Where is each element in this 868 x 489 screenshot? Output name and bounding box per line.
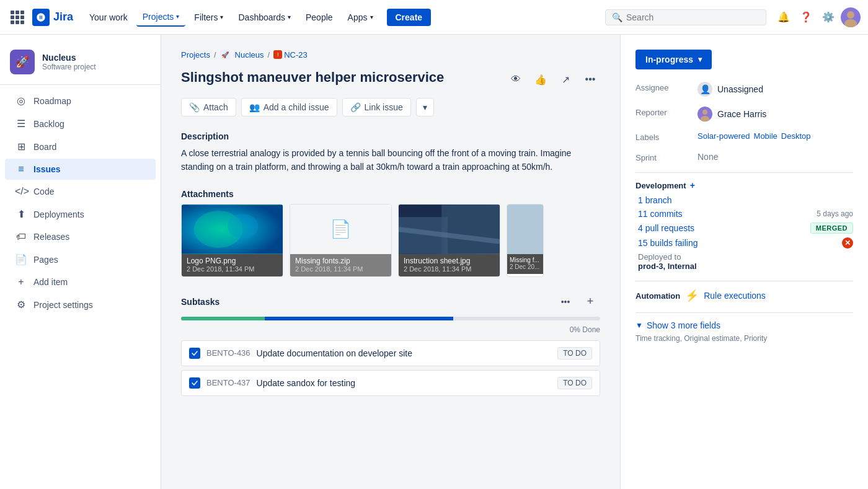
sidebar-item-deployments[interactable]: ⬆ Deployments [5,203,156,225]
child-issue-icon: 👥 [249,102,260,112]
watch-button[interactable]: 👁 [506,69,526,89]
reporter-field: Reporter Grace Harris [636,107,853,121]
attachment-date: 2 Dec 20... [510,263,541,270]
nav-projects[interactable]: Projects ▾ [136,8,186,27]
issue-top-actions: 👁 👍 ↗ ••• [506,69,600,89]
sidebar-item-label: Backlog [33,119,64,129]
add-child-issue-button[interactable]: 👥 Add a child issue [241,98,337,117]
nav-dashboards[interactable]: Dashboards ▾ [232,9,297,26]
breadcrumb-nucleus[interactable]: Nucleus [235,50,264,59]
sidebar-item-label: Releases [33,232,69,242]
deployed-dest: prod-3, Internal [636,262,853,271]
reporter-value[interactable]: Grace Harris [698,107,853,121]
search-box[interactable]: 🔍 [605,9,766,25]
assignee-value[interactable]: 👤 Unassigned [698,82,853,97]
more-actions-dropdown[interactable]: ▾ [416,98,434,117]
attachments-grid: Logo PNG.png 2 Dec 2018, 11:34 PM 📄 Miss… [181,204,600,277]
description-text: A close terrestrial analogy is provided … [181,146,600,174]
reporter-label: Reporter [636,107,698,117]
svg-point-1 [844,19,857,27]
dev-builds-link[interactable]: 15 builds failing [638,238,698,248]
subtask-checkbox[interactable] [189,377,200,389]
dev-branch-row: 1 branch [636,195,853,205]
breadcrumb-projects[interactable]: Projects [181,50,210,59]
svg-rect-7 [441,205,500,253]
create-button[interactable]: Create [387,9,432,26]
help-button[interactable]: ❓ [796,7,816,27]
attachment-date: 2 Dec 2018, 11:34 PM [404,265,495,273]
unassigned-avatar: 👤 [698,82,712,97]
user-avatar[interactable] [841,7,861,27]
sidebar-item-project-settings[interactable]: ⚙ Project settings [5,294,156,315]
like-button[interactable]: 👍 [531,69,551,89]
development-add-button[interactable]: + [690,180,695,190]
nav-people[interactable]: People [299,9,339,26]
main-content: Projects / 🚀 Nucleus / ! NC-23 Slingshot… [161,35,868,489]
assignee-label: Assignee [636,82,698,92]
status-label: In-progress [645,55,693,64]
fail-icon: ✕ [842,237,853,249]
issue-type-icon: ! [273,50,282,59]
status-button[interactable]: In-progress ▾ [636,50,712,69]
subtasks-add-button[interactable]: + [580,292,600,312]
description-section: Description A close terrestrial analogy … [181,131,600,174]
breadcrumb-issue-id[interactable]: NC-23 [284,50,308,59]
label-tag[interactable]: Mobile [754,131,777,141]
breadcrumb: Projects / 🚀 Nucleus / ! NC-23 [181,50,600,59]
sidebar-item-issues[interactable]: ≡ Issues [5,159,156,180]
notifications-button[interactable]: 🔔 [774,7,794,27]
sidebar-item-add-item[interactable]: + Add item [5,271,156,293]
label-tag[interactable]: Desktop [781,131,811,141]
attachment-item[interactable]: Missing f... 2 Dec 20... [507,204,544,277]
link-issue-button[interactable]: 🔗 Link issue [342,98,411,117]
sidebar-item-roadmap[interactable]: ◎ Roadmap [5,90,156,112]
subtask-row: BENTO-437 Update sandox for testing TO D… [181,370,600,396]
sidebar-item-label: Board [33,142,56,152]
sidebar-item-label: Pages [33,255,58,265]
sidebar-item-label: Roadmap [33,96,71,106]
share-button[interactable]: ↗ [556,69,575,89]
labels-label: Labels [636,131,698,142]
reporter-name: Grace Harris [717,109,766,119]
attachment-item[interactable]: Instruction sheet.jpg 2 Dec 2018, 11:34 … [398,204,500,277]
sidebar-item-board[interactable]: ⊞ Board [5,136,156,157]
sidebar-item-releases[interactable]: 🏷 Releases [5,226,156,247]
code-icon: </> [15,186,27,197]
more-options-button[interactable]: ••• [580,69,600,89]
attachment-name: Missing fonts.zip [295,257,386,265]
jira-logo[interactable]: Jira [32,9,73,26]
subtask-checkbox[interactable] [189,348,200,359]
sprint-value[interactable]: None [698,152,853,162]
automation-link[interactable]: Rule executions [704,291,766,301]
label-tag[interactable]: Solar-powered [698,131,750,141]
search-input[interactable] [626,12,760,22]
settings-button[interactable]: ⚙️ [818,7,838,27]
attachment-name: Logo PNG.png [187,257,278,265]
svg-point-0 [847,11,854,19]
add-item-icon: + [15,276,27,288]
nucleus-breadcrumb-icon: 🚀 [220,50,230,59]
status-chevron-icon: ▾ [698,55,702,64]
attachment-item[interactable]: 📄 Missing fonts.zip 2 Dec 2018, 11:34 PM [290,204,392,277]
nav-filters[interactable]: Filters ▾ [188,9,229,26]
nav-icon-group: 🔔 ❓ ⚙️ [774,7,861,27]
show-more-button[interactable]: ▼ Show 3 more fields [636,320,853,330]
projects-chevron-icon: ▾ [176,13,179,20]
attach-button[interactable]: 📎 Attach [181,98,236,117]
dev-pr-link[interactable]: 4 pull requests [638,223,694,233]
project-header: 🚀 Nucleus Software project [0,45,161,85]
nav-your-work[interactable]: Your work [83,9,134,26]
subtasks-more-button[interactable]: ••• [556,292,575,312]
nav-apps[interactable]: Apps ▾ [342,9,379,26]
attachment-item[interactable]: Logo PNG.png 2 Dec 2018, 11:34 PM [181,204,283,277]
sidebar-item-backlog[interactable]: ☰ Backlog [5,113,156,134]
attachment-date: 2 Dec 2018, 11:34 PM [295,265,386,273]
dev-commits-link[interactable]: 11 commits [638,209,683,219]
progress-blue [265,317,453,320]
subtask-status-badge: TO DO [557,377,592,389]
apps-grid-button[interactable] [7,7,27,27]
sidebar-item-pages[interactable]: 📄 Pages [5,249,156,270]
sidebar-item-code[interactable]: </> Code [5,181,156,202]
sidebar-item-label: Issues [33,164,61,174]
dev-branch-link[interactable]: 1 branch [638,195,671,205]
